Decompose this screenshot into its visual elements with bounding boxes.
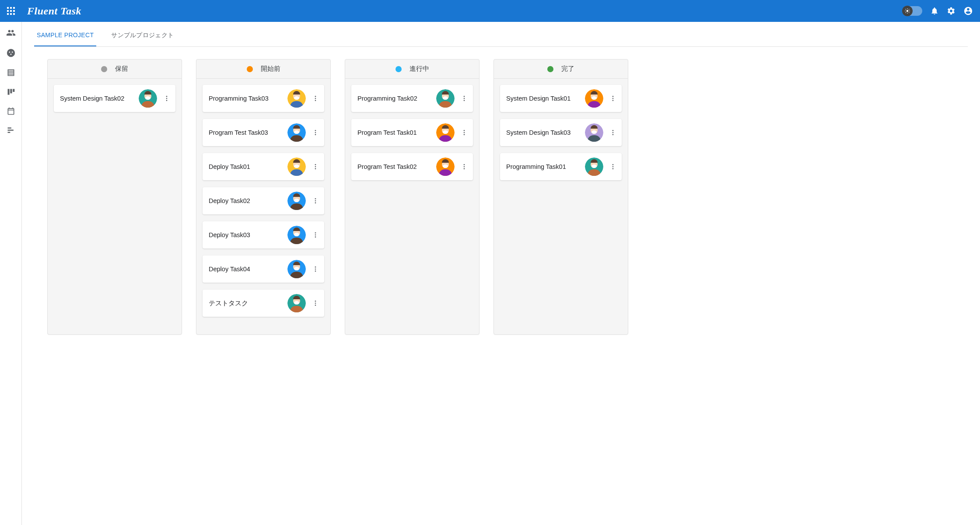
svg-point-50 [294,199,299,202]
svg-point-71 [315,304,316,306]
svg-line-14 [906,9,906,10]
account-icon[interactable] [963,6,973,16]
svg-point-70 [315,303,316,304]
project-tabs: SAMPLE PROJECTサンプルプロジェクト [34,22,968,47]
svg-point-86 [443,164,448,168]
svg-point-101 [612,134,614,135]
task-card[interactable]: System Design Task03 [500,119,622,146]
task-card[interactable]: Programming Task03 [203,85,324,112]
card-menu-icon[interactable] [309,95,322,102]
svg-point-81 [464,130,465,131]
svg-rect-22 [7,130,13,131]
card-menu-icon[interactable] [309,231,322,238]
main-content: SAMPLE PROJECTサンプルプロジェクト 保留System Design… [22,22,980,525]
assignee-avatar [436,89,455,108]
sidebar [0,22,22,525]
svg-point-63 [315,266,316,268]
nav-list-icon[interactable] [7,68,15,77]
svg-point-92 [592,96,597,100]
svg-rect-7 [10,13,12,15]
task-card[interactable]: Program Test Task01 [351,119,473,146]
app-brand: Fluent Task [27,5,81,17]
svg-rect-4 [10,10,12,12]
card-menu-icon[interactable] [458,95,470,102]
assignee-avatar [287,192,306,210]
nav-gantt-icon[interactable] [7,126,15,135]
column-title: 進行中 [410,65,429,73]
tab-1[interactable]: サンプルプロジェクト [108,25,176,46]
svg-point-74 [443,96,448,100]
column-header-not-started: 開始前 [196,60,330,79]
svg-point-77 [464,100,465,101]
task-card[interactable]: System Design Task01 [500,85,622,112]
task-card[interactable]: Program Test Task03 [203,119,324,146]
task-card[interactable]: Deploy Task01 [203,153,324,180]
svg-point-35 [315,100,316,101]
card-menu-icon[interactable] [309,266,322,273]
svg-rect-5 [13,10,15,12]
svg-point-45 [315,164,316,165]
nav-sports-icon[interactable] [6,48,16,58]
task-title: System Design Task03 [506,129,581,136]
card-menu-icon[interactable] [607,95,619,102]
assignee-avatar [287,89,306,108]
svg-point-98 [592,130,597,134]
svg-rect-23 [7,132,10,133]
svg-point-88 [464,166,465,168]
nav-board-icon[interactable] [7,88,15,96]
app-header: Fluent Task [0,0,980,22]
svg-point-62 [294,267,299,270]
svg-rect-19 [10,89,12,93]
assignee-avatar [287,226,306,244]
assignee-avatar [585,89,603,108]
column-not-started: 開始前Programming Task03 Program Test Task0… [196,59,331,335]
assignee-avatar [585,123,603,142]
assignee-avatar [585,158,603,176]
column-body: System Design Task02 [48,79,182,118]
task-title: テストタスク [209,299,284,308]
task-card[interactable]: Deploy Task03 [203,221,324,248]
task-title: Deploy Task03 [209,231,284,238]
task-title: Program Test Task03 [209,129,284,136]
task-title: Deploy Task02 [209,197,284,204]
settings-icon[interactable] [947,7,956,15]
svg-point-87 [464,164,465,165]
column-title: 完了 [561,65,574,73]
sun-icon [904,8,910,14]
svg-point-105 [612,164,614,165]
task-card[interactable]: Deploy Task02 [203,187,324,214]
svg-point-56 [294,233,299,236]
card-menu-icon[interactable] [607,129,619,136]
notifications-icon[interactable] [930,7,939,15]
svg-rect-21 [7,127,11,129]
card-menu-icon[interactable] [309,129,322,136]
svg-point-44 [294,164,299,168]
status-dot [101,66,107,72]
task-card[interactable]: Programming Task02 [351,85,473,112]
card-menu-icon[interactable] [458,163,470,170]
card-menu-icon[interactable] [161,95,173,102]
tab-0[interactable]: SAMPLE PROJECT [34,25,96,46]
svg-point-46 [315,166,316,168]
card-menu-icon[interactable] [309,300,322,307]
card-menu-icon[interactable] [607,163,619,170]
column-header-in-progress: 進行中 [345,60,479,79]
task-card[interactable]: Deploy Task04 [203,256,324,283]
task-title: Deploy Task04 [209,266,284,273]
card-menu-icon[interactable] [309,163,322,170]
svg-point-9 [906,10,909,12]
task-card[interactable]: テストタスク [203,290,324,317]
theme-toggle[interactable] [903,6,922,16]
apps-menu-icon[interactable] [7,7,15,15]
task-card[interactable]: Programming Task01 [500,153,622,180]
svg-point-99 [612,130,614,131]
nav-calendar-icon[interactable] [7,107,15,116]
svg-point-69 [315,301,316,302]
nav-team-icon[interactable] [6,28,16,38]
assignee-avatar [436,123,455,142]
card-menu-icon[interactable] [309,197,322,204]
task-card[interactable]: System Design Task02 [54,85,175,112]
svg-point-64 [315,269,316,270]
task-card[interactable]: Program Test Task02 [351,153,473,180]
card-menu-icon[interactable] [458,129,470,136]
